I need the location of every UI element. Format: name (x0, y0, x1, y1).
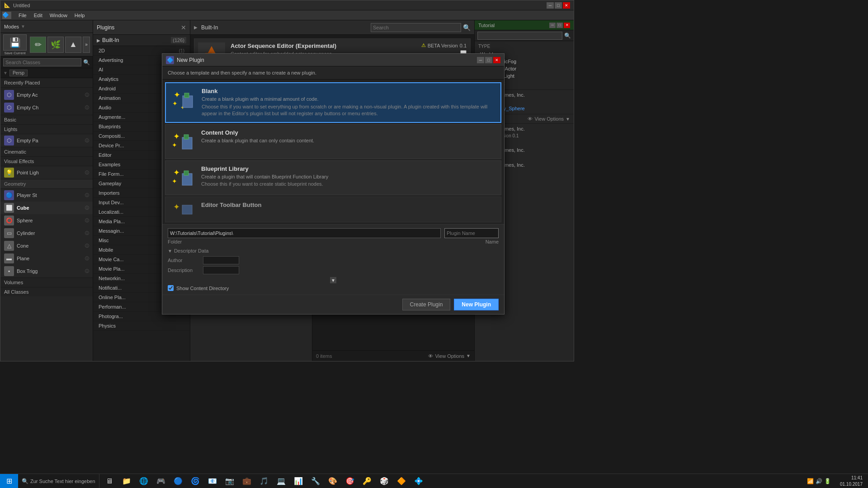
tools-bar: 💾 Save Current ✏ 🌿 ▲ » (0, 33, 93, 56)
category-geometry[interactable]: Geometry (0, 179, 93, 189)
taskbar-item-code[interactable]: 💻 (273, 475, 289, 488)
category-lights[interactable]: Lights (0, 125, 93, 134)
category-recently-placed[interactable]: Recently Placed (0, 78, 93, 88)
sphere-icon: ⭕ (4, 216, 14, 225)
placed-item-cone[interactable]: △ Cone ⓘ (0, 239, 93, 252)
category-all-classes[interactable]: All Classes (0, 287, 93, 296)
save-current-btn[interactable]: 💾 Save Current (3, 34, 27, 55)
persp-button[interactable]: Persp (9, 70, 28, 76)
close-button[interactable]: ✕ (563, 2, 570, 9)
tutorial-search-icon[interactable]: 🔍 (564, 33, 571, 39)
empty-ch-label: Empty Ch (17, 105, 82, 110)
placed-item-cylinder[interactable]: ▭ Cylinder ⓘ (0, 227, 93, 239)
descriptor-section: ▼ Descriptor Data Author Description ▼ (168, 248, 499, 283)
tray-volume[interactable]: 🔊 (816, 478, 822, 484)
eye-icon: 👁 (428, 353, 433, 359)
folder-input[interactable] (168, 228, 441, 238)
plugins-close-icon[interactable]: ✕ (181, 24, 186, 31)
menu-window[interactable]: Window (46, 12, 71, 19)
taskbar-item-target[interactable]: 🎯 (342, 475, 358, 488)
author-input[interactable] (203, 256, 239, 264)
taskbar-item-chart[interactable]: 📊 (290, 475, 307, 488)
description-input[interactable] (203, 266, 239, 274)
taskbar-item-music[interactable]: 🎵 (256, 475, 272, 488)
taskbar-item-paint[interactable]: 🎨 (325, 475, 341, 488)
taskbar-item-firefox[interactable]: 🔵 (170, 475, 186, 488)
menu-file[interactable]: File (15, 12, 30, 19)
minimize-button[interactable]: ─ (547, 2, 554, 9)
builtin-header[interactable]: ▶ Built-In (126) (93, 35, 190, 46)
dropdown-icon[interactable]: ▼ (3, 70, 8, 75)
descriptor-title[interactable]: ▼ Descriptor Data (168, 248, 499, 253)
taskbar-item-app2[interactable]: 📷 (222, 475, 238, 488)
template-content-only[interactable]: ✦ ✦ Content Only Create a blank plugin t… (165, 124, 501, 159)
tray-network[interactable]: 📶 (807, 478, 814, 484)
taskbar-item-chrome[interactable]: 🌐 (136, 475, 152, 488)
expand-descriptor-btn[interactable]: ▼ (330, 277, 336, 283)
taskbar-item-mail[interactable]: 📧 (204, 475, 221, 488)
plugin-search-icon[interactable]: 🔍 (463, 24, 471, 31)
taskbar-item-ue[interactable]: 🔶 (393, 475, 410, 488)
template-blueprint-library[interactable]: ✦ ✦ Blueprint Library Create a plugin th… (165, 160, 501, 195)
plugin-cat-physics[interactable]: Physics (93, 321, 190, 331)
tray-battery[interactable]: 🔋 (824, 478, 831, 484)
tutorial-minimize[interactable]: ─ (549, 23, 556, 28)
show-content-checkbox[interactable] (168, 285, 174, 291)
taskbar-item-settings[interactable]: 🔧 (307, 475, 324, 488)
taskbar-item-ue2[interactable]: 💠 (410, 475, 427, 488)
place-tool[interactable]: ✏ (30, 37, 46, 53)
beta-text: BETA Version (428, 43, 458, 48)
maximize-button[interactable]: □ (555, 2, 562, 9)
placed-item-empty-ac[interactable]: ⬡ Empty Ac ⓘ (0, 89, 93, 101)
taskbar-search-bar[interactable]: 🔍 Zur Suche Text hier eingeben (18, 474, 99, 488)
modal-minimize-btn[interactable]: ─ (477, 57, 484, 63)
category-volumes[interactable]: Volumes (0, 277, 93, 287)
placed-item-point-light[interactable]: 💡 Point Ligh ⓘ (0, 166, 93, 179)
placed-item-plane[interactable]: ▬ Plane ⓘ (0, 252, 93, 265)
taskbar-item-explorer[interactable]: 📁 (118, 475, 135, 488)
taskbar-item-app1[interactable]: 🌀 (187, 475, 203, 488)
placed-item-sphere[interactable]: ⭕ Sphere ⓘ (0, 214, 93, 227)
modal-maximize-btn[interactable]: □ (485, 57, 492, 63)
tutorial-close[interactable]: ✕ (564, 23, 570, 28)
template-blank[interactable]: ✦ ✦ ✦ Blank Create a blank plugin with a… (165, 82, 501, 123)
plugin-entry-name: Actor Sequence Editor (Experimental) (231, 42, 415, 49)
category-visual-effects[interactable]: Visual Effects (0, 157, 93, 166)
show-content-row: Show Content Directory (168, 285, 499, 291)
menu-help[interactable]: Help (71, 12, 89, 19)
view-options-btn[interactable]: 👁 View Options ▼ (428, 353, 471, 359)
tutorial-search-input[interactable] (477, 32, 562, 40)
expand-tools[interactable]: » (83, 37, 90, 53)
sphere-label: Sphere (17, 218, 82, 223)
plugin-name-input[interactable] (444, 228, 499, 238)
placed-item-player-st[interactable]: 🔵 Player St ⓘ (0, 189, 93, 202)
placed-item-cube[interactable]: ⬜ Cube ⓘ (0, 202, 93, 214)
taskbar-item-game[interactable]: 🎲 (376, 475, 392, 488)
taskbar-item-key[interactable]: 🔑 (359, 475, 375, 488)
taskbar-item-blender[interactable]: 🎮 (153, 475, 169, 488)
search-classes-input[interactable] (3, 58, 81, 66)
search-icon[interactable]: 🔍 (83, 59, 90, 66)
paint-tool[interactable]: 🌿 (47, 37, 64, 53)
placed-item-empty-ch[interactable]: ⬡ Empty Ch ⓘ (0, 101, 93, 114)
modal-close-btn[interactable]: ✕ (493, 57, 500, 63)
taskbar: ⊞ 🔍 Zur Suche Text hier eingeben 🖥 📁 🌐 🎮… (0, 474, 868, 488)
taskbar-item-desktop[interactable]: 🖥 (101, 475, 118, 488)
taskbar-item-app3[interactable]: 💼 (239, 475, 255, 488)
landscape-tool[interactable]: ▲ (65, 37, 81, 53)
placed-item-empty-pa[interactable]: ⬡ Empty Pa ⓘ (0, 134, 93, 147)
cube-icon: ⬜ (4, 203, 14, 213)
menu-edit[interactable]: Edit (30, 12, 46, 19)
category-cinematic[interactable]: Cinematic (0, 147, 93, 157)
category-basic[interactable]: Basic (0, 115, 93, 125)
template-editor-toolbar[interactable]: ✦ Editor Toolbar Button (165, 197, 501, 222)
placed-item-box-trigg[interactable]: ▪ Box Trigg ⓘ (0, 265, 93, 277)
plugin-search-input[interactable] (371, 23, 461, 32)
create-plugin-button[interactable]: Create Plugin (402, 299, 451, 310)
empty-ch-info: ⓘ (85, 105, 89, 111)
svg-text:✦: ✦ (174, 90, 180, 99)
taskbar-start-button[interactable]: ⊞ (0, 474, 18, 488)
new-plugin-modal-button[interactable]: New Plugin (454, 299, 499, 310)
tutorial-maximize[interactable]: □ (557, 23, 563, 28)
template-blueprint-name: Blueprint Library (201, 165, 495, 172)
